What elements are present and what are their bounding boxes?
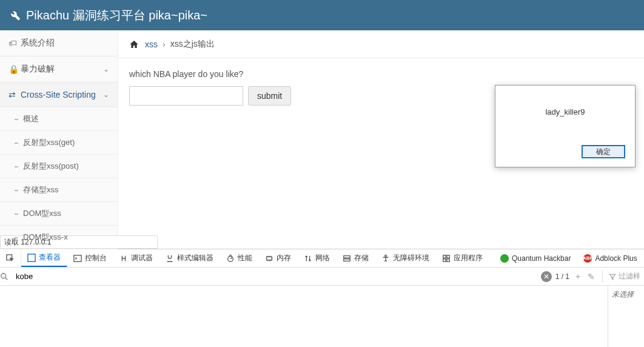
style-icon <box>166 254 174 263</box>
tab-style[interactable]: 样式编辑器 <box>159 249 220 267</box>
alert-ok-button[interactable]: 确定 <box>582 145 625 158</box>
clear-search-icon[interactable]: ✕ <box>541 271 552 282</box>
svg-rect-11 <box>447 258 449 261</box>
alert-message: lady_killer9 <box>495 86 635 116</box>
tab-console[interactable]: 控制台 <box>67 249 113 267</box>
tab-performance[interactable]: 性能 <box>220 249 259 267</box>
divider <box>602 271 603 283</box>
svg-rect-8 <box>443 255 446 257</box>
sidebar-item-intro[interactable]: 🏷 系统介绍 <box>0 30 118 56</box>
svg-point-12 <box>1 273 6 278</box>
no-selection-text: 未选择 <box>612 290 634 298</box>
tab-inspector[interactable]: 查看器 <box>21 249 67 267</box>
add-icon[interactable]: ＋ <box>573 271 583 282</box>
tab-network[interactable]: 网络 <box>298 249 337 267</box>
svg-rect-10 <box>443 258 446 261</box>
console-icon <box>73 254 82 263</box>
flow-icon: ⇄ <box>8 90 17 99</box>
tab-debugger[interactable]: 调试器 <box>113 249 159 267</box>
devtools-search-input[interactable] <box>16 268 541 285</box>
search-icon <box>0 272 16 281</box>
breadcrumb: xss › xss之js输出 <box>118 30 644 58</box>
svg-rect-5 <box>344 255 351 258</box>
chevron-down-icon: ⌄ <box>103 90 109 99</box>
tab-accessibility[interactable]: 无障碍环境 <box>375 249 436 267</box>
ext-quantum-hackbar[interactable]: Quantum Hackbar <box>494 249 577 267</box>
sidebar-sub-dom-x[interactable]: DOM型xss-x <box>0 226 118 249</box>
devtools-picker[interactable] <box>0 249 21 267</box>
svg-rect-1 <box>28 254 35 261</box>
alert-dialog: lady_killer9 确定 <box>495 85 636 167</box>
tab-storage[interactable]: 存储 <box>337 249 375 267</box>
question-text: which NBA player do you like? <box>129 69 633 79</box>
breadcrumb-link[interactable]: xss <box>145 39 158 49</box>
svg-rect-2 <box>74 255 81 261</box>
memory-icon <box>265 254 273 263</box>
sidebar-sub-dom[interactable]: DOM型xss <box>0 202 118 226</box>
svg-rect-4 <box>267 257 272 260</box>
sidebar-item-bruteforce[interactable]: 🔒 暴力破解 ⌄ <box>0 56 118 83</box>
breadcrumb-separator: › <box>163 39 166 49</box>
svg-point-7 <box>385 255 387 257</box>
picker-icon <box>6 254 15 263</box>
sidebar-item-label: 暴力破解 <box>21 64 55 75</box>
sidebar-item-label: Cross-Site Scripting <box>21 90 96 99</box>
sidebar-item-label: 系统介绍 <box>21 38 55 49</box>
abp-icon: ABP <box>583 254 592 263</box>
sidebar-item-xss[interactable]: ⇄ Cross-Site Scripting ⌄ <box>0 83 118 107</box>
tag-icon: 🏷 <box>8 38 17 48</box>
lock-icon: 🔒 <box>8 64 17 74</box>
home-icon[interactable] <box>129 39 139 49</box>
filter-label[interactable]: 过滤样 <box>609 271 640 281</box>
devtools-search-bar: ✕ 1 / 1 ＋ ✎ 过滤样 <box>0 268 644 286</box>
submit-button[interactable]: submit <box>248 86 291 106</box>
sidebar-sub-stored[interactable]: 存储型xss <box>0 178 118 202</box>
svg-rect-6 <box>344 258 351 261</box>
devtools-tabs: 查看器 控制台 调试器 样式编辑器 性能 内存 网络 存储 <box>0 249 644 268</box>
sidebar-sub-reflected-post[interactable]: 反射型xss(post) <box>0 155 118 178</box>
a11y-icon <box>381 254 390 263</box>
wrench-icon <box>9 9 21 21</box>
tab-application[interactable]: 应用程序 <box>436 249 489 267</box>
debugger-icon <box>119 254 128 263</box>
devtools-body[interactable] <box>0 286 608 347</box>
tab-memory[interactable]: 内存 <box>259 249 298 267</box>
sidebar: 🏷 系统介绍 🔒 暴力破解 ⌄ ⇄ Cross-Site Scripting ⌄… <box>0 30 118 235</box>
sidebar-sub-overview[interactable]: 概述 <box>0 107 118 131</box>
search-counter: 1 / 1 <box>555 272 569 281</box>
app-title: Pikachu 漏洞练习平台 pika~pika~ <box>26 7 207 24</box>
svg-rect-9 <box>447 255 449 257</box>
devtools-side-panel: 未选择 <box>608 286 644 347</box>
inspector-icon <box>27 254 36 262</box>
app-icon <box>442 254 451 263</box>
devtools: 查看器 控制台 调试器 样式编辑器 性能 内存 网络 存储 <box>0 249 644 347</box>
breadcrumb-current: xss之js输出 <box>170 39 215 50</box>
storage-icon <box>343 254 351 263</box>
player-input[interactable] <box>129 86 243 106</box>
edit-icon[interactable]: ✎ <box>586 272 596 281</box>
network-icon <box>304 254 312 263</box>
ext-adblock-plus[interactable]: ABP Adblock Plus <box>577 249 643 267</box>
green-dot-icon <box>500 254 509 263</box>
app-header: Pikachu 漏洞练习平台 pika~pika~ <box>0 0 644 30</box>
sidebar-sub-reflected-get[interactable]: 反射型xss(get) <box>0 131 118 155</box>
chevron-down-icon: ⌄ <box>103 65 109 73</box>
perf-icon <box>226 254 235 263</box>
